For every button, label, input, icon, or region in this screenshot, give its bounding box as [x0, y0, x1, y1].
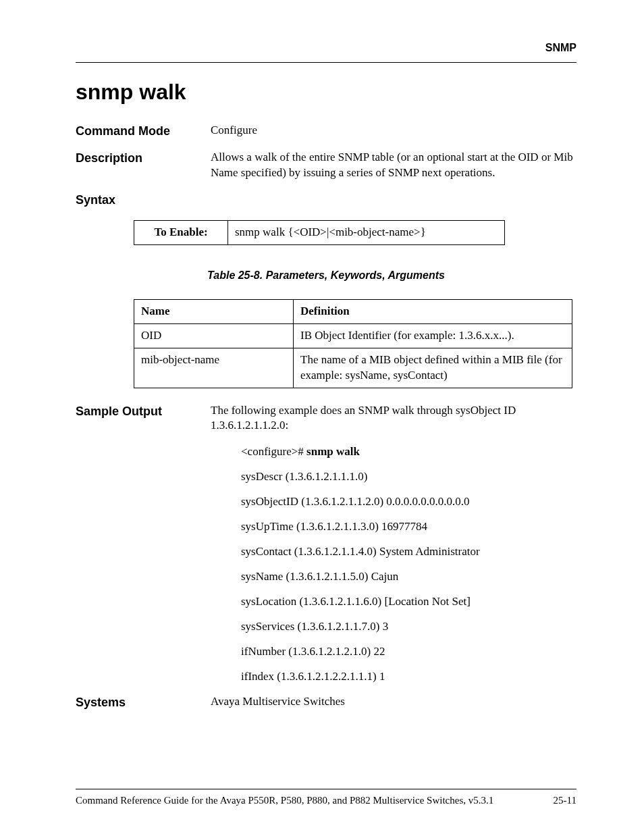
- row-description: Description Allows a walk of the entire …: [76, 150, 576, 181]
- sample-output-line: sysContact (1.3.6.1.2.1.1.4.0) System Ad…: [241, 544, 576, 560]
- chapter-header: SNMP: [76, 41, 576, 55]
- label-command-mode: Command Mode: [76, 123, 211, 139]
- value-systems: Avaya Multiservice Switches: [211, 694, 576, 710]
- sample-output-line: sysLocation (1.3.6.1.2.1.1.6.0) [Locatio…: [241, 594, 576, 610]
- sample-prompt-cmd: snmp walk: [306, 445, 360, 458]
- page: SNMP snmp walk Command Mode Configure De…: [0, 0, 644, 834]
- value-sample-output-intro: The following example does an SNMP walk …: [211, 403, 576, 434]
- label-syntax: Syntax: [76, 192, 576, 208]
- sample-output-block: <configure># snmp walk sysDescr (1.3.6.1…: [241, 444, 576, 684]
- value-command-mode: Configure: [211, 123, 576, 139]
- sample-output-line: sysObjectID (1.3.6.1.2.1.1.2.0) 0.0.0.0.…: [241, 494, 576, 510]
- param-name: OID: [134, 323, 294, 348]
- params-header-name: Name: [134, 299, 294, 323]
- param-def: The name of a MIB object defined within …: [294, 348, 572, 388]
- param-def: IB Object Identifier (for example: 1.3.6…: [294, 323, 572, 348]
- header-rule: [76, 62, 576, 63]
- footer-right: 25-11: [554, 793, 576, 807]
- syntax-to-enable-value: snmp walk {<OID>|<mib-object-name>}: [228, 221, 505, 245]
- sample-output-line: sysDescr (1.3.6.1.2.1.1.1.0): [241, 469, 576, 485]
- sample-output-line: ifIndex (1.3.6.1.2.1.2.2.1.1.1) 1: [241, 669, 576, 685]
- page-footer: Command Reference Guide for the Avaya P5…: [76, 789, 576, 807]
- table-row: OID IB Object Identifier (for example: 1…: [134, 323, 572, 348]
- table-row: mib-object-name The name of a MIB object…: [134, 348, 572, 388]
- value-description: Allows a walk of the entire SNMP table (…: [211, 150, 576, 181]
- sample-output-line: sysServices (1.3.6.1.2.1.1.7.0) 3: [241, 619, 576, 635]
- row-sample-output: Sample Output The following example does…: [76, 403, 576, 434]
- params-table: Name Definition OID IB Object Identifier…: [134, 299, 572, 388]
- param-name: mib-object-name: [134, 348, 294, 388]
- row-command-mode: Command Mode Configure: [76, 123, 576, 139]
- row-systems: Systems Avaya Multiservice Switches: [76, 694, 576, 710]
- label-systems: Systems: [76, 694, 211, 710]
- sample-output-line: ifNumber (1.3.6.1.2.1.2.1.0) 22: [241, 644, 576, 660]
- syntax-table: To Enable: snmp walk {<OID>|<mib-object-…: [134, 220, 505, 245]
- params-header-def: Definition: [294, 299, 572, 323]
- sample-output-line: sysName (1.3.6.1.2.1.1.5.0) Cajun: [241, 569, 576, 585]
- params-table-wrap: Name Definition OID IB Object Identifier…: [134, 299, 576, 388]
- sample-prompt-line: <configure># snmp walk: [241, 444, 576, 460]
- label-sample-output: Sample Output: [76, 403, 211, 434]
- command-title: snmp walk: [76, 78, 576, 107]
- footer-left: Command Reference Guide for the Avaya P5…: [76, 793, 493, 807]
- label-description: Description: [76, 150, 211, 181]
- params-table-caption: Table 25-8. Parameters, Keywords, Argume…: [76, 268, 576, 283]
- sample-prompt-prefix: <configure>#: [241, 445, 306, 458]
- syntax-table-wrap: To Enable: snmp walk {<OID>|<mib-object-…: [134, 220, 576, 245]
- syntax-to-enable-label: To Enable:: [134, 221, 228, 245]
- sample-output-line: sysUpTime (1.3.6.1.2.1.1.3.0) 16977784: [241, 519, 576, 535]
